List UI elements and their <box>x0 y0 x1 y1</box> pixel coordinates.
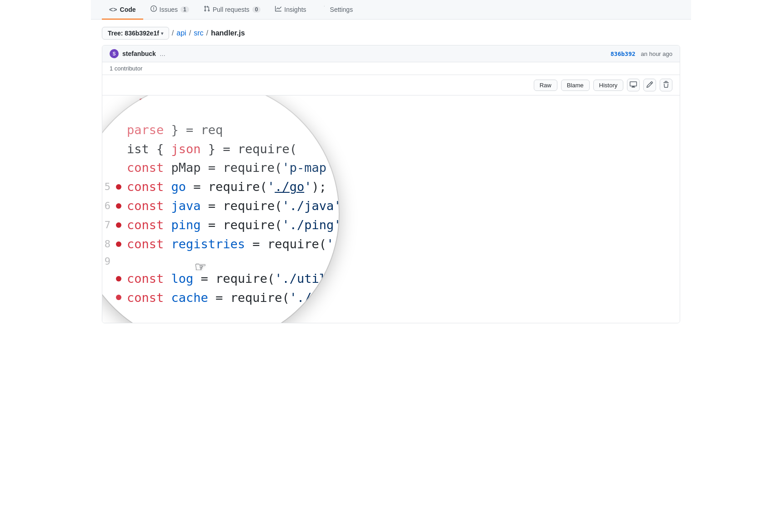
file-actions-bar: Raw Blame History <box>102 75 680 95</box>
file-viewer: S stefanbuck … 836b392 an hour ago 1 con… <box>102 45 680 323</box>
desktop-icon <box>630 81 637 90</box>
breadcrumb-src[interactable]: src <box>194 29 203 37</box>
tab-pr-label: Pull requests <box>213 6 250 13</box>
commit-bar: S stefanbuck … 836b392 an hour ago <box>102 45 680 62</box>
contributors-count: 1 contributor <box>110 65 142 72</box>
commit-author[interactable]: stefanbuck <box>122 50 156 57</box>
table-row: 12 const tracking = require('. ng'); <box>102 195 680 205</box>
code-lines: parse } = req ist { json } = require( co… <box>102 95 680 244</box>
edit-icon <box>646 81 653 90</box>
issues-icon <box>150 5 157 13</box>
delete-icon <box>662 81 670 90</box>
breadcrumb-bar: Tree: 836b392e1f ▾ / api / src / handler… <box>91 20 691 45</box>
issues-badge: 1 <box>180 6 189 13</box>
table-row: const cache = require('./util <box>102 185 680 195</box>
table-row: 9 <box>102 166 680 175</box>
breadcrumb-api[interactable]: api <box>176 29 186 37</box>
tree-label: Tree: 836b392e1f <box>108 30 159 37</box>
nav-tabs: <> Code Issues 1 Pull requests 0 Insight… <box>91 0 691 20</box>
chevron-down-icon: ▾ <box>161 31 163 36</box>
tab-settings-label: Settings <box>330 6 353 13</box>
tab-insights[interactable]: Insights <box>268 0 313 20</box>
table-row: const log = require('./utils/lo <box>102 175 680 185</box>
delete-icon-button[interactable] <box>660 79 672 91</box>
table-row: 7 const ping = require('./ping'); <box>102 146 680 156</box>
breadcrumb-current-file: handler.js <box>211 29 245 37</box>
table-row: const pMap = require('p-map' <box>102 115 680 125</box>
commit-hash[interactable]: 836b392 <box>611 50 636 57</box>
pull-request-icon <box>204 5 210 13</box>
code-area: parse } = req ist { json } = require( co… <box>102 95 680 323</box>
table-row: 15 const logPrefi .prefix; <box>102 225 680 235</box>
table-row: 8 const registries = require('./re <box>102 156 680 166</box>
cursor-hand: ☞ <box>196 264 206 273</box>
desktop-icon-button[interactable] <box>627 79 640 91</box>
tab-code[interactable]: <> Code <box>102 0 143 20</box>
table-row: 13 c + preparePayload = r ls/payload'); <box>102 205 680 215</box>
contributors-bar: 1 contributor <box>102 62 680 75</box>
tab-settings[interactable]: Settings <box>314 0 361 20</box>
breadcrumb-separator-3: / <box>206 29 208 37</box>
tab-pull-requests[interactable]: Pull requests 0 <box>196 0 268 20</box>
tab-issues[interactable]: Issues 1 <box>143 0 196 20</box>
commit-message: … <box>160 50 165 57</box>
table-row: 6 const java = require('./java'); <box>102 136 680 146</box>
tab-code-label: Code <box>120 6 136 13</box>
table-row: 5 const go = require('./go'); <box>102 125 680 136</box>
tree-button[interactable]: Tree: 836b392e1f ▾ <box>102 27 169 40</box>
breadcrumb-separator-1: / <box>172 29 174 37</box>
table-row: 14 <box>102 215 680 225</box>
tab-insights-label: Insights <box>284 6 306 13</box>
insights-icon <box>275 5 281 13</box>
breadcrumb-separator-2: / <box>189 29 191 37</box>
commit-meta: 836b392 an hour ago <box>611 50 672 57</box>
table-row: ist { json } = require( <box>102 105 680 115</box>
tab-issues-label: Issues <box>160 6 178 13</box>
history-button[interactable]: History <box>593 80 623 91</box>
pr-badge: 0 <box>252 6 261 13</box>
code-icon: <> <box>109 5 117 13</box>
commit-info: S stefanbuck … <box>110 49 165 58</box>
settings-icon <box>321 5 327 13</box>
raw-button[interactable]: Raw <box>534 80 557 91</box>
edit-icon-button[interactable] <box>643 79 656 91</box>
table-row: parse } = req <box>102 95 680 105</box>
avatar: S <box>110 49 119 58</box>
table-row: 16 <box>102 235 680 244</box>
commit-time: an hour ago <box>641 50 672 57</box>
blame-button[interactable]: Blame <box>561 80 590 91</box>
